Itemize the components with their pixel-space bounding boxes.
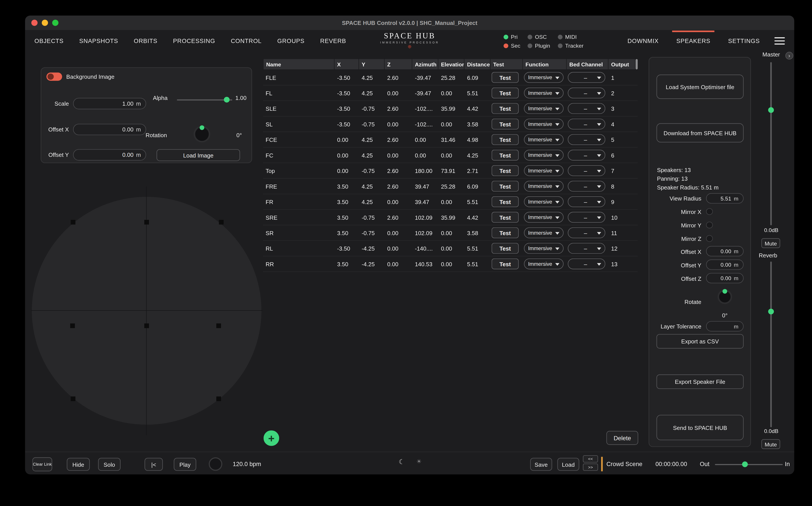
load-button[interactable]: Load <box>557 458 579 471</box>
expand-strip-button[interactable]: › <box>785 52 793 60</box>
test-button[interactable]: Test <box>492 165 519 176</box>
function-dropdown[interactable]: Immersive <box>524 103 564 114</box>
indicator-sec[interactable]: Sec <box>503 41 527 50</box>
solo-button[interactable]: Solo <box>98 458 121 471</box>
nav-item-snapshots[interactable]: SNAPSHOTS <box>79 30 118 52</box>
test-button[interactable]: Test <box>492 196 519 207</box>
indicator-midi[interactable]: MIDI <box>558 33 591 41</box>
indicator-osc[interactable]: OSC <box>527 33 558 41</box>
alpha-slider-knob[interactable] <box>224 97 230 102</box>
indicator-tracker[interactable]: Tracker <box>558 41 591 50</box>
bed-channel-dropdown[interactable]: – <box>568 134 605 145</box>
bed-channel-dropdown[interactable]: – <box>568 258 605 269</box>
download-button[interactable]: Download from SPACE HUB <box>656 123 744 143</box>
prev-scene-button[interactable]: << <box>583 455 598 462</box>
function-dropdown[interactable]: Immersive <box>524 134 564 145</box>
reverb-fader-knob[interactable] <box>768 309 774 314</box>
crossfade-slider-knob[interactable] <box>742 461 748 467</box>
view-radius-field[interactable]: 5.51 m <box>706 193 744 203</box>
nav-item-control[interactable]: CONTROL <box>231 30 262 52</box>
background-image-toggle[interactable] <box>46 73 62 81</box>
table-scrollbar[interactable] <box>636 59 638 70</box>
rp-offset-z-field[interactable]: 0.00 m <box>706 273 744 283</box>
speaker-marker[interactable] <box>71 220 75 225</box>
hide-button[interactable]: Hide <box>67 458 90 471</box>
test-button[interactable]: Test <box>492 212 519 223</box>
indicator-plugin[interactable]: Plugin <box>527 41 558 50</box>
test-button[interactable]: Test <box>492 258 519 269</box>
speaker-marker[interactable] <box>216 396 221 401</box>
offset-y-field[interactable]: 0.00 m <box>73 149 146 161</box>
test-button[interactable]: Test <box>492 243 519 254</box>
function-dropdown[interactable]: Immersive <box>524 150 564 161</box>
close-button[interactable] <box>31 20 37 26</box>
bed-channel-dropdown[interactable]: – <box>568 181 605 191</box>
function-dropdown[interactable]: Immersive <box>524 243 564 254</box>
bed-channel-dropdown[interactable]: – <box>568 196 605 207</box>
function-dropdown[interactable]: Immersive <box>524 119 564 130</box>
next-scene-button[interactable]: >> <box>583 463 598 471</box>
load-optimiser-button[interactable]: Load System Optimiser file <box>656 75 744 99</box>
function-dropdown[interactable]: Immersive <box>524 165 564 176</box>
bed-channel-dropdown[interactable]: – <box>568 212 605 223</box>
brightness-icon[interactable]: ☀ <box>416 458 421 465</box>
master-fader-knob[interactable] <box>768 107 774 113</box>
clear-link-button[interactable]: Clear Link <box>32 457 52 471</box>
menu-icon[interactable] <box>775 37 785 45</box>
nav-item-processing[interactable]: PROCESSING <box>173 30 215 52</box>
mirror-z-toggle[interactable] <box>706 235 713 242</box>
speaker-marker[interactable] <box>144 323 149 328</box>
function-dropdown[interactable]: Immersive <box>524 88 564 98</box>
speaker-marker[interactable] <box>144 220 149 225</box>
test-button[interactable]: Test <box>492 103 519 114</box>
export-csv-button[interactable]: Export as CSV <box>656 334 744 348</box>
bed-channel-dropdown[interactable]: – <box>568 243 605 254</box>
bed-channel-dropdown[interactable]: – <box>568 119 605 130</box>
function-dropdown[interactable]: Immersive <box>524 72 564 83</box>
test-button[interactable]: Test <box>492 181 519 191</box>
offset-x-field[interactable]: 0.00 m <box>73 124 146 135</box>
dark-mode-icon[interactable]: ☾ <box>399 458 405 466</box>
nav-item-orbits[interactable]: ORBITS <box>134 30 157 52</box>
speaker-marker[interactable] <box>219 220 224 225</box>
function-dropdown[interactable]: Immersive <box>524 212 564 223</box>
zoom-button[interactable] <box>52 20 59 26</box>
bed-channel-dropdown[interactable]: – <box>568 88 605 98</box>
test-button[interactable]: Test <box>492 150 519 161</box>
function-dropdown[interactable]: Immersive <box>524 181 564 191</box>
nav-item-reverb[interactable]: REVERB <box>320 30 346 52</box>
speaker-marker[interactable] <box>70 323 75 328</box>
scale-field[interactable]: 1.00 m <box>73 98 146 109</box>
load-image-button[interactable]: Load Image <box>157 149 240 161</box>
master-mute-button[interactable]: Mute <box>761 238 780 248</box>
delete-button[interactable]: Delete <box>606 431 638 445</box>
reverb-fader[interactable] <box>770 262 772 427</box>
mirror-y-toggle[interactable] <box>706 222 713 229</box>
test-button[interactable]: Test <box>492 119 519 130</box>
rotation-knob[interactable] <box>193 126 210 143</box>
nav-item-downmix[interactable]: DOWNMIX <box>628 30 659 52</box>
bed-channel-dropdown[interactable]: – <box>568 150 605 161</box>
nav-item-objects[interactable]: OBJECTS <box>34 30 64 52</box>
function-dropdown[interactable]: Immersive <box>524 258 564 269</box>
function-dropdown[interactable]: Immersive <box>524 196 564 207</box>
bed-channel-dropdown[interactable]: – <box>568 103 605 114</box>
master-fader[interactable] <box>770 62 772 226</box>
test-button[interactable]: Test <box>492 228 519 238</box>
speaker-marker[interactable] <box>216 323 221 328</box>
reverb-mute-button[interactable]: Mute <box>761 439 780 449</box>
save-button[interactable]: Save <box>530 458 552 471</box>
minimize-button[interactable] <box>42 20 48 26</box>
rotate-knob[interactable] <box>718 289 732 304</box>
test-button[interactable]: Test <box>492 134 519 145</box>
layer-tolerance-field[interactable]: m <box>706 321 744 332</box>
mirror-x-toggle[interactable] <box>706 208 713 215</box>
rp-offset-y-field[interactable]: 0.00 m <box>706 259 744 270</box>
nav-item-groups[interactable]: GROUPS <box>277 30 305 52</box>
speaker-marker[interactable] <box>71 396 75 401</box>
add-speaker-button[interactable]: + <box>263 430 279 446</box>
export-speaker-file-button[interactable]: Export Speaker File <box>656 374 744 389</box>
test-button[interactable]: Test <box>492 72 519 83</box>
indicator-pri[interactable]: Pri <box>503 33 527 41</box>
rp-offset-x-field[interactable]: 0.00 m <box>706 246 744 256</box>
